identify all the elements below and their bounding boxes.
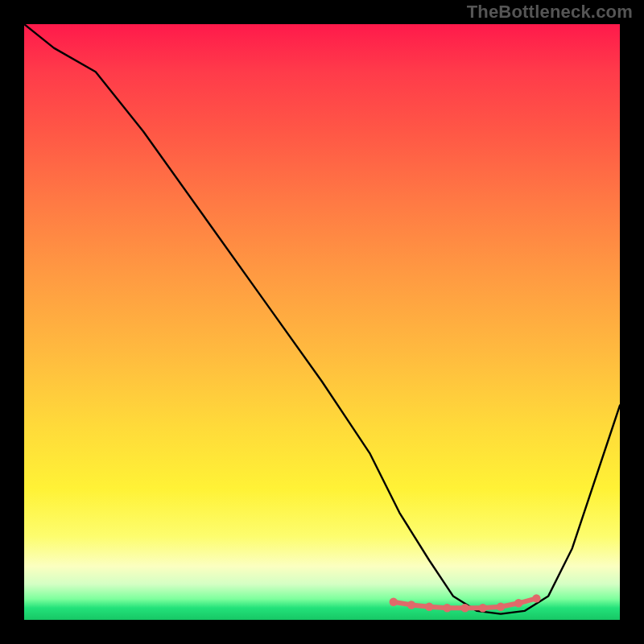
plot-area <box>24 24 620 620</box>
curve-overlay <box>24 24 620 620</box>
optimal-marker-dot <box>407 601 415 609</box>
optimal-marker-dot <box>479 604 487 612</box>
optimal-marker-dot <box>443 604 451 612</box>
chart-frame: TheBottleneck.com <box>0 0 644 644</box>
bottleneck-curve-path <box>24 24 620 614</box>
optimal-marker-dot <box>460 604 469 612</box>
optimal-marker-dot <box>514 599 522 607</box>
optimal-marker-dot <box>425 603 433 611</box>
watermark-text: TheBottleneck.com <box>467 2 633 23</box>
optimal-marker-dot <box>390 598 398 606</box>
optimal-marker-dot <box>497 603 505 611</box>
optimal-marker-dot <box>532 594 540 602</box>
